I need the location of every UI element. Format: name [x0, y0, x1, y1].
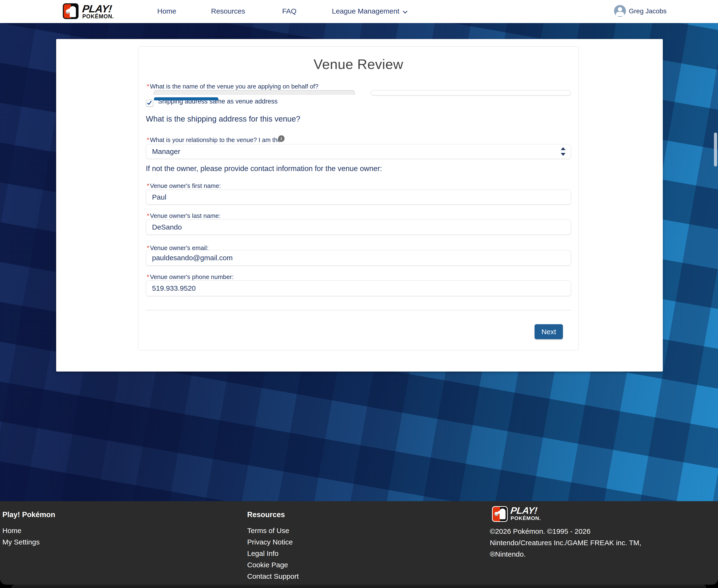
relationship-label: *What is your relationship to the venue?…: [147, 136, 283, 144]
content-sheet: Venue Review *What is the name of the ve…: [56, 39, 663, 372]
play-pokemon-logo-icon: [63, 3, 79, 19]
info-icon[interactable]: i: [278, 135, 284, 142]
footer-link-contact-support[interactable]: Contact Support: [247, 572, 299, 581]
venue-review-card: Venue Review *What is the name of the ve…: [138, 46, 579, 350]
user-name: Greg Jacobs: [629, 7, 667, 15]
nav-league-management-label: League Management: [332, 7, 399, 15]
owner-first-name-label: *Venue owner's first name:: [147, 182, 221, 190]
required-asterisk: *: [147, 182, 149, 189]
nav-item-league-management[interactable]: League Management: [332, 7, 406, 15]
logo-pokemon-text: POKÉMON.: [82, 13, 114, 20]
cookie-banner-edge: [12, 585, 706, 588]
footer-logo-play-text: PLAY!: [510, 505, 538, 516]
shipping-address-heading: What is the shipping address for this ve…: [146, 114, 300, 123]
footer-logo-icon: [492, 506, 508, 522]
top-navbar: PLAY! POKÉMON. Home Resources FAQ League…: [0, 0, 718, 23]
copyright-line: ©2026 Pokémon. ©1995 - 2026: [490, 526, 641, 537]
owner-last-name-label: *Venue owner's last name:: [147, 212, 220, 219]
nav-item-home[interactable]: Home: [157, 7, 176, 15]
required-asterisk: *: [147, 83, 149, 90]
footer-logo-pokemon-text: POKÉMON.: [510, 515, 541, 521]
page-title: Venue Review: [138, 56, 578, 72]
trainer-silhouette-icon: [70, 6, 76, 17]
copyright-line: Nintendo/Creatures Inc./GAME FREAK inc. …: [490, 537, 641, 548]
required-asterisk: *: [147, 136, 149, 143]
spinner-down-icon: [561, 153, 566, 156]
footer: Play! Pokémon Home My Settings Resources…: [0, 501, 718, 585]
footer-heading-resources: Resources: [247, 510, 285, 519]
footer-play-pokemon-logo: PLAY! POKÉMON.: [492, 506, 564, 523]
venue-name-input[interactable]: [371, 90, 571, 96]
footer-link-terms-of-use[interactable]: Terms of Use: [247, 527, 289, 535]
chevron-down-icon: [403, 9, 407, 14]
page: PLAY! POKÉMON. Home Resources FAQ League…: [0, 0, 718, 588]
footer-link-cookie-page[interactable]: Cookie Page: [247, 561, 288, 569]
play-pokemon-logo[interactable]: PLAY! POKÉMON.: [63, 3, 138, 20]
nav-item-faq[interactable]: FAQ: [282, 7, 296, 15]
owner-email-input[interactable]: pauldesando@gmail.com: [146, 250, 571, 266]
checkmark-icon: [147, 100, 152, 105]
relationship-select[interactable]: Manager: [146, 144, 571, 159]
owner-first-name-input[interactable]: Paul: [146, 190, 571, 205]
form-divider: [146, 310, 571, 310]
trainer-silhouette-icon: [500, 508, 506, 519]
owner-phone-input[interactable]: 519.933.9520: [146, 280, 571, 296]
owner-contact-heading: If not the owner, please provide contact…: [146, 164, 382, 173]
venue-name-input-disabled: [154, 90, 355, 95]
footer-link-my-settings[interactable]: My Settings: [2, 538, 40, 546]
footer-heading-play-pokemon: Play! Pokémon: [2, 510, 55, 519]
focus-highlight-bar: [154, 97, 218, 100]
required-asterisk: *: [147, 273, 149, 280]
footer-link-home[interactable]: Home: [2, 527, 21, 535]
logo-play-text: PLAY!: [82, 3, 112, 15]
footer-link-privacy-notice[interactable]: Privacy Notice: [247, 538, 293, 546]
footer-link-legal-info[interactable]: Legal Info: [247, 549, 279, 558]
owner-last-name-input[interactable]: DeSando: [146, 219, 571, 235]
owner-phone-label: *Venue owner's phone number:: [147, 273, 234, 281]
user-avatar-icon: [614, 5, 626, 17]
nav-item-resources[interactable]: Resources: [211, 7, 245, 15]
footer-copyright: ©2026 Pokémon. ©1995 - 2026 Nintendo/Cre…: [490, 526, 641, 560]
venue-name-label: *What is the name of the venue you are a…: [147, 83, 318, 90]
next-button[interactable]: Next: [534, 324, 563, 339]
spinner-up-icon: [561, 147, 566, 150]
relationship-selected-value: Manager: [152, 147, 180, 155]
copyright-line: ®Nintendo.: [490, 548, 641, 560]
required-asterisk: *: [147, 212, 149, 219]
select-spinner-icon: [561, 147, 566, 156]
scrollbar-thumb[interactable]: [714, 132, 717, 167]
shipping-same-checkbox[interactable]: [146, 100, 153, 107]
